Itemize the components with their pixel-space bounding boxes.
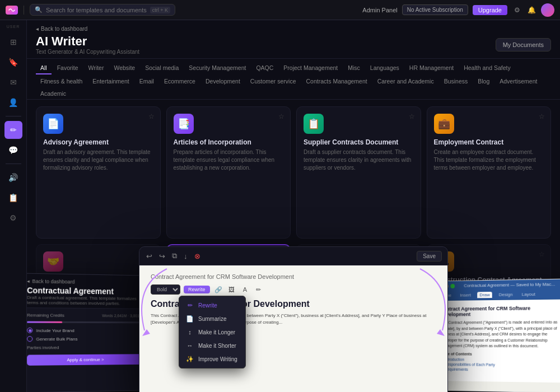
page-subtitle: Text Generator & AI Copywriting Assistan…	[36, 49, 139, 55]
tab-writer[interactable]: Writer	[84, 62, 109, 74]
search-bar[interactable]: 🔍 ctrl + K	[30, 4, 175, 16]
tab-entertainment[interactable]: Entertainment	[88, 76, 133, 87]
no-subscription-badge: No Active Subscription	[402, 4, 468, 15]
content-area: ◂ Back to dashboard AI Writer Text Gener…	[27, 20, 560, 392]
template-card-mou[interactable]: ☆ 🤝 Memorandum of Understanding (MOU) Pr…	[36, 244, 161, 392]
template-card-articles[interactable]: ☆ 📑 Articles of Incorporation Prepare ar…	[166, 106, 291, 239]
top-bar: 🔍 ctrl + K Admin Panel No Active Subscri…	[0, 0, 560, 20]
sidebar-divider-2	[6, 164, 21, 164]
chevron-right-icon: ›	[250, 277, 253, 284]
template-title-articles: Articles of Incorporation	[174, 138, 284, 146]
tab-qaqc[interactable]: QAQC	[251, 62, 278, 74]
star-icon-mou[interactable]: ☆	[148, 250, 155, 258]
template-title-subcontract: Sub Contract	[304, 276, 414, 284]
star-icon-supplier[interactable]: ☆	[409, 113, 415, 120]
search-shortcut: ctrl + K	[150, 7, 170, 13]
tab-hr[interactable]: HR Management	[405, 62, 458, 74]
template-icon-articles: 📑	[174, 114, 194, 134]
admin-panel-button[interactable]: Admin Panel	[362, 7, 397, 13]
tab-blog[interactable]: Blog	[473, 76, 494, 87]
template-desc-mou: Prepare a memorandum of understanding. T…	[43, 294, 153, 325]
settings-icon[interactable]: ⚙	[512, 5, 522, 15]
tab-security[interactable]: Security Management	[184, 62, 250, 74]
bell-icon[interactable]: 🔔	[526, 5, 536, 15]
tab-ecommerce[interactable]: Ecommerce	[160, 76, 200, 87]
sidebar-item-home[interactable]: ⊞	[4, 33, 22, 51]
template-icon-construction: 🏗	[434, 251, 454, 272]
tabs-container: All Favorite Writer Website Social media…	[27, 59, 560, 100]
templates-grid: ☆ 📄 Advisory Agreement Draft an advisory…	[27, 100, 560, 392]
template-desc-advisory: Draft an advisory agreement. This templa…	[43, 148, 153, 172]
tab-development[interactable]: Development	[201, 76, 245, 87]
tab-email[interactable]: Email	[135, 76, 158, 87]
top-bar-divider	[24, 6, 24, 15]
tab-ad[interactable]: Advertisement	[495, 76, 542, 87]
template-icon-contractual: 📝	[174, 252, 194, 272]
template-card-supplier[interactable]: ☆ 📋 Supplier Contracts Document Draft a …	[296, 106, 421, 239]
star-icon[interactable]: ☆	[148, 113, 155, 120]
star-icon-construction[interactable]: ☆	[539, 250, 545, 258]
template-title-mou: Memorandum of Understanding (MOU)	[43, 276, 153, 292]
template-icon-mou: 🤝	[43, 251, 63, 272]
tab-fitness[interactable]: Fitness & health	[36, 76, 87, 87]
upgrade-button[interactable]: Upgrade	[473, 5, 507, 15]
template-icon-subcontract: 🔗	[304, 251, 324, 272]
sidebar-item-writer[interactable]: ✏	[4, 121, 22, 139]
tab-favorite[interactable]: Favorite	[53, 62, 83, 74]
main-layout: USER ⊞ 🔖 ✉ 👤 ✏ 💬 🔊 📋 ⚙ ◂ Back to dashboa…	[0, 20, 560, 392]
template-desc-construction: Create a construction-contract agreement…	[434, 286, 544, 310]
template-desc-subcontract: Develop a subcontract. This template out…	[304, 286, 414, 310]
page-title: AI Writer	[36, 34, 139, 49]
template-card-subcontract[interactable]: ☆ 🔗 Sub Contract Develop a subcontract. …	[296, 244, 421, 392]
template-card-advisory[interactable]: ☆ 📄 Advisory Agreement Draft an advisory…	[36, 106, 161, 239]
template-card-construction[interactable]: ☆ 🏗 Construction Contract Agreement Crea…	[427, 244, 552, 392]
star-icon-employment[interactable]: ☆	[539, 113, 545, 120]
template-desc-contractual: Draft a contractual agreement. This temp…	[174, 287, 283, 310]
back-link[interactable]: ◂ Back to dashboard	[36, 26, 551, 32]
sidebar-item-settings[interactable]: ⚙	[4, 209, 22, 227]
sidebar-item-docs[interactable]: 📋	[4, 189, 22, 207]
template-card-contractual[interactable]: ☆ 📝 Contractual Agreement › Draft a cont…	[166, 244, 291, 392]
tab-academic[interactable]: Academic	[36, 88, 71, 99]
content-header: ◂ Back to dashboard AI Writer Text Gener…	[27, 20, 560, 59]
user-avatar[interactable]	[541, 3, 554, 17]
template-desc-supplier: Draft a supplier contracts document. Thi…	[304, 148, 414, 172]
template-card-employment[interactable]: ☆ 💼 Employment Contract Create an employ…	[427, 106, 552, 239]
tab-contracts[interactable]: Contracts Management	[302, 76, 372, 87]
sidebar-item-user[interactable]: 👤	[4, 94, 22, 111]
top-bar-right: Admin Panel No Active Subscription Upgra…	[362, 3, 554, 17]
tab-health[interactable]: Health and Safety	[459, 62, 515, 74]
page-title-row: AI Writer Text Generator & AI Copywritin…	[36, 34, 551, 55]
template-icon-supplier: 📋	[304, 114, 324, 134]
sidebar-divider	[6, 116, 21, 116]
tab-website[interactable]: Website	[109, 62, 139, 74]
template-icon-advisory: 📄	[43, 114, 63, 134]
tab-social[interactable]: Social media	[141, 62, 183, 74]
template-title-supplier: Supplier Contracts Document	[304, 138, 414, 146]
tab-misc[interactable]: Misc	[343, 62, 365, 74]
template-title-contractual: Contractual Agreement ›	[174, 277, 283, 284]
star-icon-contractual[interactable]: ☆	[278, 251, 284, 259]
tab-languages[interactable]: Languages	[366, 62, 404, 74]
tab-business[interactable]: Business	[440, 76, 473, 87]
star-icon-subcontract[interactable]: ☆	[409, 250, 415, 258]
sidebar-item-audio[interactable]: 🔊	[4, 169, 22, 186]
tab-all[interactable]: All	[36, 62, 52, 74]
search-icon: 🔍	[35, 6, 43, 13]
title-group: AI Writer Text Generator & AI Copywritin…	[36, 34, 139, 55]
template-icon-employment: 💼	[434, 114, 454, 134]
sidebar-item-bookmark[interactable]: 🔖	[4, 53, 22, 71]
sidebar-label: USER	[7, 25, 20, 29]
template-desc-articles: Prepare articles of incorporation. This …	[174, 148, 284, 172]
star-icon-articles[interactable]: ☆	[278, 113, 284, 120]
sidebar: USER ⊞ 🔖 ✉ 👤 ✏ 💬 🔊 📋 ⚙	[0, 20, 27, 392]
search-input[interactable]	[46, 7, 147, 13]
sidebar-item-mail[interactable]: ✉	[4, 73, 22, 91]
my-documents-button[interactable]: My Documents	[496, 38, 551, 52]
sidebar-item-chat[interactable]: 💬	[4, 141, 22, 159]
template-desc-employment: Create an employee contract document. Th…	[434, 148, 544, 172]
tab-career[interactable]: Career and Academic	[373, 76, 438, 87]
template-title-employment: Employment Contract	[434, 138, 544, 146]
tab-project[interactable]: Project Management	[279, 62, 342, 74]
tab-customer[interactable]: Customer service	[246, 76, 301, 87]
